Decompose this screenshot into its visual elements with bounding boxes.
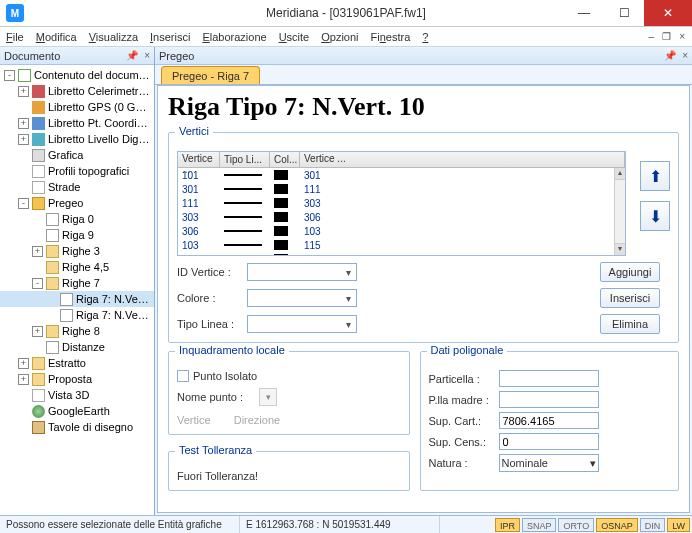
grid-row[interactable]: 115114 — [178, 252, 625, 255]
panel-close-icon[interactable]: × — [682, 50, 688, 61]
menu-opzioni[interactable]: Opzioni — [321, 31, 358, 43]
menu-finestra[interactable]: Finestra — [371, 31, 411, 43]
tree-expander[interactable]: + — [32, 326, 43, 337]
tree-label: Libretto Celerimetrico (1 L — [48, 85, 150, 97]
tree-item[interactable]: Profili topografici — [0, 163, 154, 179]
grid-scrollbar[interactable]: ▴ ▾ — [614, 168, 625, 255]
tipolinea-combo[interactable]: ▾ — [247, 315, 357, 333]
elimina-button[interactable]: Elimina — [600, 314, 660, 334]
tree-item[interactable]: GoogleEarth — [0, 403, 154, 419]
cell-v2: 115 — [300, 240, 625, 251]
tab-pregeo-riga7[interactable]: Pregeo - Riga 7 — [161, 66, 260, 84]
punto-isolato-checkbox[interactable] — [177, 370, 189, 382]
close-button[interactable]: ✕ — [644, 0, 692, 26]
tree-expander[interactable]: + — [18, 86, 29, 97]
tree-expander[interactable]: + — [18, 134, 29, 145]
grid-row[interactable]: 306103 — [178, 224, 625, 238]
menu-file[interactable]: File — [6, 31, 24, 43]
snap-lw[interactable]: LW — [667, 518, 690, 532]
grid-row[interactable]: 101301 — [178, 168, 625, 182]
menu-uscite[interactable]: Uscite — [279, 31, 310, 43]
tree-item[interactable]: Riga 7: N.Vert. 9 — [0, 307, 154, 323]
grid-row[interactable]: 103115 — [178, 238, 625, 252]
snap-din[interactable]: DIN — [640, 518, 666, 532]
menu-modifica[interactable]: Modifica — [36, 31, 77, 43]
tree-expander — [18, 102, 29, 113]
colore-combo[interactable]: ▾ — [247, 289, 357, 307]
tree-expander[interactable]: - — [18, 198, 29, 209]
tree-expander[interactable]: + — [18, 358, 29, 369]
maximize-button[interactable]: ☐ — [604, 0, 644, 26]
snap-osnap[interactable]: OSNAP — [596, 518, 638, 532]
cell-v1: 306 — [178, 226, 220, 237]
tree-item[interactable]: +Libretto Pt. Coordinate (0 — [0, 115, 154, 131]
tree-item[interactable]: +Righe 8 — [0, 323, 154, 339]
move-up-button[interactable]: ⬆ — [640, 161, 670, 191]
supcens-input[interactable] — [499, 433, 599, 450]
natura-select[interactable]: Nominale ▾ — [499, 454, 599, 472]
pin-icon[interactable]: 📌 — [664, 50, 676, 61]
menu-elaborazione[interactable]: Elaborazione — [202, 31, 266, 43]
panel-close-icon[interactable]: × — [144, 50, 150, 61]
snap-snap[interactable]: SNAP — [522, 518, 557, 532]
vertici-grid[interactable]: Vertice ... Tipo Li... Col... Vertice ..… — [177, 151, 626, 256]
tree-item[interactable]: Libretto GPS (0 Grp.) — [0, 99, 154, 115]
pin-icon[interactable]: 📌 — [126, 50, 138, 61]
item-icon — [32, 389, 45, 402]
tree-item[interactable]: Vista 3D — [0, 387, 154, 403]
tree-expander[interactable]: - — [4, 70, 15, 81]
menu-visualizza[interactable]: Visualizza — [89, 31, 138, 43]
document-tree[interactable]: -Contenuto del documento+Libretto Celeri… — [0, 65, 154, 515]
grid-row[interactable]: 111303 — [178, 196, 625, 210]
page-icon — [46, 341, 59, 354]
mdi-close-button[interactable]: × — [676, 31, 688, 42]
tree-expander[interactable]: + — [18, 374, 29, 385]
particella-input[interactable] — [499, 370, 599, 387]
tree-item[interactable]: Distanze — [0, 339, 154, 355]
tree-item[interactable]: Righe 4,5 — [0, 259, 154, 275]
tree-item[interactable]: -Righe 7 — [0, 275, 154, 291]
mdi-restore-button[interactable]: ❐ — [659, 31, 674, 42]
mdi-minimize-button[interactable]: – — [646, 31, 658, 42]
tree-item[interactable]: +Libretto Celerimetrico (1 L — [0, 83, 154, 99]
idvertice-combo[interactable]: ▾ — [247, 263, 357, 281]
tree-expander[interactable]: - — [32, 278, 43, 289]
tree-item[interactable]: Riga 7: N.Vert. 10 — [0, 291, 154, 307]
tree-item[interactable]: +Righe 3 — [0, 243, 154, 259]
tree-item[interactable]: -Contenuto del documento — [0, 67, 154, 83]
minimize-button[interactable]: — — [564, 0, 604, 26]
tree-item[interactable]: +Estratto — [0, 355, 154, 371]
grid-col-colore[interactable]: Col... — [270, 152, 300, 167]
tree-item[interactable]: Grafica — [0, 147, 154, 163]
tree-item[interactable]: Strade — [0, 179, 154, 195]
tree-label: Righe 3 — [62, 245, 100, 257]
grid-row[interactable]: 301111 — [178, 182, 625, 196]
snap-orto[interactable]: ORTO — [558, 518, 594, 532]
menu-inserisci[interactable]: Inserisci — [150, 31, 190, 43]
cell-tipolinea — [220, 216, 270, 218]
snap-ipr[interactable]: IPR — [495, 518, 520, 532]
nome-punto-combo[interactable]: ▾ — [259, 388, 277, 406]
tree-item[interactable]: Riga 0 — [0, 211, 154, 227]
inserisci-button[interactable]: Inserisci — [600, 288, 660, 308]
grid-col-tipolinea[interactable]: Tipo Li... — [220, 152, 270, 167]
tree-item[interactable]: Riga 9 — [0, 227, 154, 243]
menu-help[interactable]: ? — [422, 31, 428, 43]
scroll-down-icon[interactable]: ▾ — [615, 243, 625, 255]
pllamadre-input[interactable] — [499, 391, 599, 408]
tree-expander[interactable]: + — [18, 118, 29, 129]
scroll-up-icon[interactable]: ▴ — [615, 168, 625, 180]
grid-col-vertice2[interactable]: Vertice ... — [300, 152, 625, 167]
tree-label: Estratto — [48, 357, 86, 369]
tree-item[interactable]: -Pregeo — [0, 195, 154, 211]
grid-col-vertice1[interactable]: Vertice ... — [178, 152, 220, 167]
tree-expander[interactable]: + — [32, 246, 43, 257]
grid-row[interactable]: 303306 — [178, 210, 625, 224]
tree-item[interactable]: +Proposta — [0, 371, 154, 387]
page-heading: Riga Tipo 7: N.Vert. 10 — [168, 92, 679, 122]
tree-item[interactable]: +Libretto Livello Digitale (0 — [0, 131, 154, 147]
move-down-button[interactable]: ⬇ — [640, 201, 670, 231]
tree-item[interactable]: Tavole di disegno — [0, 419, 154, 435]
supcart-input[interactable] — [499, 412, 599, 429]
aggiungi-button[interactable]: Aggiungi — [600, 262, 660, 282]
